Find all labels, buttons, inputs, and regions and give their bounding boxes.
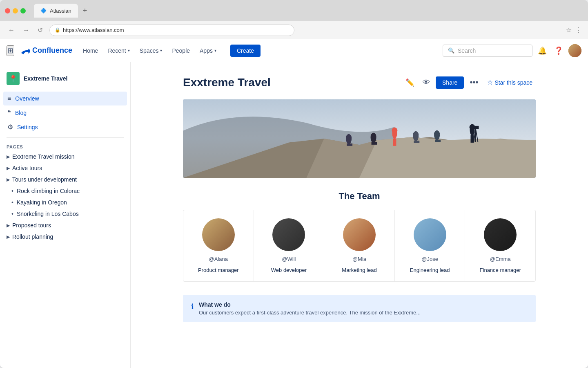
- chevron-icon: ▶: [7, 166, 10, 171]
- team-grid: @Alana Product manager @Will Web develop…: [183, 210, 536, 282]
- page-tree-tours-dev-label: Tours under development: [12, 176, 77, 183]
- tab-title: Atlassian: [50, 8, 71, 14]
- star-label: Star this space: [494, 79, 532, 86]
- page-tree-rollout-label: Rollout planning: [12, 233, 53, 240]
- space-icon: 📍: [7, 72, 20, 85]
- view-button[interactable]: 👁: [420, 76, 432, 89]
- help-icon[interactable]: ❓: [552, 44, 565, 57]
- top-nav: ⊞ Confluence Home Recent Spaces People A…: [0, 39, 588, 62]
- chevron-icon: ▶: [7, 234, 10, 240]
- sidebar-item-settings[interactable]: ⚙ Settings: [3, 120, 127, 134]
- confluence-logo-text: Confluence: [32, 46, 72, 55]
- info-icon: ℹ: [191, 302, 194, 311]
- create-button[interactable]: Create: [230, 45, 261, 57]
- confluence-icon: [21, 46, 30, 55]
- address-input[interactable]: 🔒 https://www.atlassian.com: [49, 25, 294, 36]
- browser-action-buttons: ☆ ⋮: [566, 26, 581, 34]
- bookmark-icon[interactable]: ☆: [566, 26, 572, 34]
- nav-home[interactable]: Home: [79, 45, 102, 56]
- browser-tab[interactable]: 🔷 Atlassian: [34, 4, 78, 18]
- page-tree-kayaking-label: Kayaking in Oregon: [17, 199, 67, 206]
- forward-button[interactable]: →: [21, 25, 31, 36]
- nav-apps[interactable]: Apps: [196, 45, 220, 56]
- browser-window: 🔷 Atlassian + ← → ↺ 🔒 https://www.atlass…: [0, 0, 588, 368]
- share-button[interactable]: Share: [436, 76, 464, 89]
- avatar-alana[interactable]: [202, 218, 235, 251]
- page-tree-mission[interactable]: ▶ Exxtreme Travel mission: [0, 151, 130, 162]
- team-card-emma: @Emma Finance manager: [465, 210, 535, 281]
- reload-button[interactable]: ↺: [36, 25, 45, 36]
- nav-spaces[interactable]: Spaces: [136, 45, 167, 56]
- hero-image: [183, 99, 536, 178]
- page-tree-rollout[interactable]: ▶ Rollout planning: [0, 231, 130, 242]
- role-mia: Marketing lead: [342, 267, 376, 273]
- pages-label: PAGES: [0, 141, 130, 151]
- team-card-mia: @Mia Marketing lead: [324, 210, 395, 281]
- minimize-button[interactable]: [13, 8, 18, 13]
- info-box: ℹ What we do Our customers expect a firs…: [183, 295, 536, 322]
- team-card-will: @Will Web developer: [254, 210, 325, 281]
- avatar-image: [568, 44, 581, 57]
- info-box-title: What we do: [199, 301, 421, 308]
- page-title: Exxtreme Travel: [183, 76, 271, 89]
- search-box[interactable]: 🔍 Search: [443, 45, 532, 57]
- search-placeholder: Search: [458, 47, 476, 54]
- bullet-icon: •: [11, 188, 13, 194]
- sidebar-divider: [7, 137, 124, 138]
- role-alana: Product manager: [198, 267, 239, 273]
- back-button[interactable]: ←: [7, 25, 16, 36]
- close-button[interactable]: [5, 8, 10, 13]
- star-icon: ☆: [487, 79, 493, 86]
- star-space-button[interactable]: ☆ Star this space: [484, 76, 536, 89]
- page-tree-rock-climbing[interactable]: • Rock climbing in Colorac: [0, 185, 130, 197]
- notifications-icon[interactable]: 🔔: [536, 44, 549, 57]
- address-url: https://www.atlassian.com: [63, 27, 124, 33]
- handle-emma: @Emma: [490, 256, 511, 262]
- team-section-title: The Team: [183, 191, 536, 202]
- page-header: Exxtreme Travel ✏️ 👁 Share ••• ☆ Star th…: [183, 75, 536, 90]
- page-tree-snorkeling[interactable]: • Snorkeling in Los Cabos: [0, 208, 130, 220]
- avatar[interactable]: [568, 44, 581, 57]
- page-tree-snorkeling-label: Snorkeling in Los Cabos: [17, 211, 79, 217]
- search-icon: 🔍: [448, 47, 454, 54]
- blog-icon: ❝: [7, 109, 11, 117]
- nav-right: 🔍 Search 🔔 ❓: [443, 44, 581, 57]
- maximize-button[interactable]: [20, 8, 26, 13]
- content-inner: Exxtreme Travel ✏️ 👁 Share ••• ☆ Star th…: [163, 62, 555, 335]
- browser-more-icon[interactable]: ⋮: [575, 26, 581, 34]
- info-box-text: Our customers expect a first-class adven…: [199, 310, 421, 316]
- confluence-logo[interactable]: Confluence: [21, 46, 72, 55]
- sidebar-item-blog-label: Blog: [15, 110, 27, 116]
- ssl-lock-icon: 🔒: [55, 27, 60, 33]
- hero-canvas: [183, 99, 536, 178]
- page-tree-active-tours[interactable]: ▶ Active tours: [0, 162, 130, 174]
- sidebar-nav: ≡ Overview ❝ Blog ⚙ Settings: [0, 92, 130, 134]
- handle-jose: @Jose: [421, 256, 438, 262]
- sidebar-item-settings-label: Settings: [17, 124, 38, 130]
- page-tree-kayaking[interactable]: • Kayaking in Oregon: [0, 197, 130, 208]
- nav-people[interactable]: People: [168, 45, 194, 56]
- grid-icon[interactable]: ⊞: [7, 45, 14, 56]
- page-tree-proposed[interactable]: ▶ Proposed tours: [0, 220, 130, 231]
- edit-button[interactable]: ✏️: [403, 76, 417, 90]
- page-tree-tours-dev[interactable]: ▶ Tours under development: [0, 174, 130, 185]
- avatar-jose[interactable]: [414, 218, 446, 251]
- page-tree-proposed-label: Proposed tours: [12, 222, 51, 229]
- handle-alana: @Alana: [209, 256, 228, 262]
- page-tree-rock-climbing-label: Rock climbing in Colorac: [17, 188, 80, 194]
- avatar-emma[interactable]: [484, 218, 517, 251]
- nav-recent[interactable]: Recent: [104, 45, 134, 56]
- chevron-icon: ▶: [7, 177, 10, 182]
- sidebar-item-overview[interactable]: ≡ Overview: [3, 92, 127, 105]
- team-card-jose: @Jose Engineering lead: [395, 210, 466, 281]
- avatar-mia[interactable]: [343, 218, 376, 251]
- sidebar-item-blog[interactable]: ❝ Blog: [3, 105, 127, 120]
- tab-favicon: 🔷: [40, 8, 47, 13]
- more-options-button[interactable]: •••: [467, 75, 481, 90]
- avatar-will[interactable]: [272, 218, 305, 251]
- handle-will: @Will: [282, 256, 296, 262]
- new-tab-button[interactable]: +: [83, 7, 87, 15]
- page-actions: ✏️ 👁 Share ••• ☆ Star this space: [403, 75, 536, 90]
- sidebar-header: 📍 Exxtreme Travel: [0, 69, 130, 92]
- role-emma: Finance manager: [480, 267, 521, 273]
